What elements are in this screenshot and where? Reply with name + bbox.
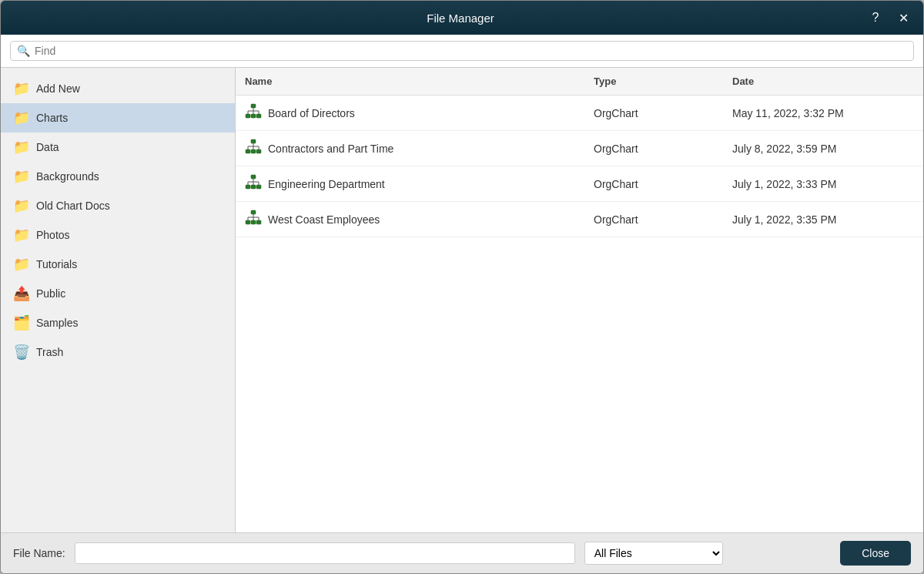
content-area: Name Type Date (236, 68, 923, 532)
sidebar-item-samples[interactable]: 🗂️ Samples (1, 308, 235, 337)
file-name-input[interactable] (75, 542, 575, 564)
file-date-cell: July 1, 2022, 3:35 PM (723, 202, 923, 237)
sidebar-item-label: Tutorials (36, 258, 77, 270)
main-area: 📁 Add New 📁 Charts 📁 Data 📁 Backgrounds … (1, 68, 923, 532)
orgchart-icon (245, 174, 262, 193)
svg-rect-1 (246, 114, 250, 118)
sidebar-item-tutorials[interactable]: 📁 Tutorials (1, 250, 235, 279)
col-date: Date (723, 68, 923, 96)
search-input[interactable] (35, 45, 907, 57)
sidebar-item-label: Backgrounds (36, 170, 99, 183)
sidebar-item-label: Samples (36, 317, 78, 329)
svg-rect-30 (256, 220, 261, 224)
sidebar-item-label: Old Chart Docs (36, 200, 110, 212)
file-type-select[interactable]: All FilesOrgChart FilesPDF FilesImage Fi… (584, 542, 723, 565)
file-name: Board of Directors (268, 107, 355, 119)
sidebar-item-data[interactable]: 📁 Data (1, 133, 235, 162)
add-new-button[interactable]: 📁 Add New (1, 74, 235, 103)
file-name-cell: West Coast Employees (236, 202, 584, 237)
title-bar: File Manager ? ✕ (1, 1, 923, 35)
search-input-wrap: 🔍 (10, 41, 914, 61)
sidebar-item-trash[interactable]: 🗑️ Trash (1, 337, 235, 367)
file-date-cell: July 8, 2022, 3:59 PM (723, 131, 923, 166)
file-name: West Coast Employees (268, 213, 380, 226)
file-type-cell: OrgChart (584, 96, 723, 131)
window-title: File Manager (56, 12, 865, 25)
bottom-bar: File Name: All FilesOrgChart FilesPDF Fi… (1, 532, 923, 573)
file-name-cell: Contractors and Part Time (236, 131, 584, 166)
orgchart-icon (245, 210, 262, 229)
sidebar-item-label: Photos (36, 229, 70, 241)
close-window-button[interactable]: ✕ (892, 7, 914, 29)
table-row[interactable]: Contractors and Part Time OrgChart July … (236, 131, 923, 166)
file-table: Name Type Date (236, 68, 923, 532)
table-row[interactable]: Board of Directors OrgChart May 11, 2022… (236, 96, 923, 131)
search-icon: 🔍 (17, 45, 30, 57)
folder-icon: 📁 (13, 109, 30, 126)
svg-rect-12 (256, 149, 261, 153)
trash-icon: 🗑️ (13, 344, 30, 361)
col-type: Type (584, 68, 723, 96)
title-bar-controls: ? ✕ (865, 7, 914, 29)
file-name: Engineering Department (268, 178, 385, 190)
sidebar-item-label: Public (36, 287, 65, 300)
svg-rect-10 (246, 149, 250, 153)
svg-rect-28 (246, 220, 250, 224)
file-name: Contractors and Part Time (268, 143, 393, 155)
file-name-cell: Engineering Department (236, 166, 584, 202)
sidebar-item-old-chart-docs[interactable]: 📁 Old Chart Docs (1, 191, 235, 220)
col-name: Name (236, 68, 584, 96)
sidebar-item-label: Trash (36, 346, 63, 358)
sidebar-item-label: Charts (36, 112, 68, 124)
close-button[interactable]: Close (840, 541, 911, 566)
orgchart-icon (245, 139, 262, 158)
svg-rect-29 (251, 220, 256, 224)
svg-rect-3 (256, 114, 261, 118)
add-new-label: Add New (36, 82, 80, 95)
file-name-label: File Name: (13, 547, 65, 559)
sidebar-item-label: Data (36, 141, 59, 153)
folder-icon: 📁 (13, 168, 30, 185)
add-new-icon: 📁 (13, 80, 30, 97)
file-type-cell: OrgChart (584, 202, 723, 237)
sidebar-item-backgrounds[interactable]: 📁 Backgrounds (1, 162, 235, 191)
file-manager-window: File Manager ? ✕ 🔍 📁 Add New 📁 Charts (0, 0, 924, 574)
svg-rect-2 (251, 114, 256, 118)
search-bar: 🔍 (1, 35, 923, 68)
folder-icon: 📁 (13, 227, 30, 243)
sidebar-item-public[interactable]: 📤 Public (1, 279, 235, 308)
file-date-cell: July 1, 2022, 3:33 PM (723, 166, 923, 202)
table-header-row: Name Type Date (236, 68, 923, 96)
table-row[interactable]: Engineering Department OrgChart July 1, … (236, 166, 923, 202)
sidebar: 📁 Add New 📁 Charts 📁 Data 📁 Backgrounds … (1, 68, 236, 532)
files-table: Name Type Date (236, 68, 923, 237)
samples-folder-icon: 🗂️ (13, 314, 30, 331)
file-date-cell: May 11, 2022, 3:32 PM (723, 96, 923, 131)
public-folder-icon: 📤 (13, 285, 30, 302)
help-button[interactable]: ? (865, 7, 886, 29)
sidebar-item-charts[interactable]: 📁 Charts (1, 103, 235, 133)
svg-rect-9 (251, 139, 256, 143)
svg-rect-11 (251, 149, 256, 153)
sidebar-item-photos[interactable]: 📁 Photos (1, 220, 235, 250)
svg-rect-0 (251, 104, 256, 108)
orgchart-icon (245, 103, 262, 123)
svg-rect-18 (251, 175, 256, 179)
svg-rect-20 (251, 185, 256, 189)
file-name-cell: Board of Directors (236, 96, 584, 131)
svg-rect-21 (256, 185, 261, 189)
folder-icon: 📁 (13, 197, 30, 214)
table-row[interactable]: West Coast Employees OrgChart July 1, 20… (236, 202, 923, 237)
file-type-cell: OrgChart (584, 131, 723, 166)
file-type-cell: OrgChart (584, 166, 723, 202)
svg-rect-19 (246, 185, 250, 189)
svg-rect-27 (251, 210, 256, 214)
folder-icon: 📁 (13, 256, 30, 273)
folder-icon: 📁 (13, 139, 30, 156)
